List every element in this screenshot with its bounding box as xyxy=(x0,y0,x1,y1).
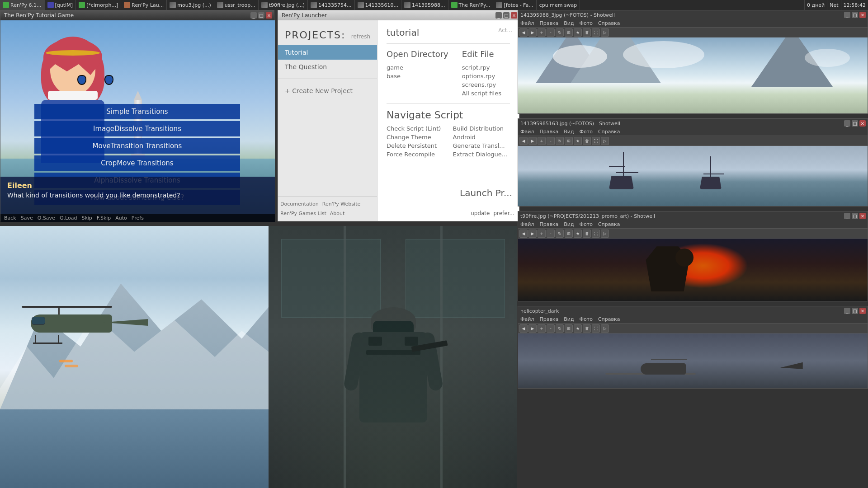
nav-android[interactable]: Android xyxy=(453,134,510,141)
maximize-button[interactable]: □ xyxy=(258,12,264,19)
pv3-tool-star[interactable]: ★ xyxy=(574,230,582,238)
pv3-tool-prev[interactable]: ◀ xyxy=(519,230,528,238)
pv3-tool-rotate[interactable]: ↻ xyxy=(556,230,564,238)
update-btn[interactable]: update xyxy=(471,210,490,216)
link-renpy-website[interactable]: Ren'Py Website xyxy=(322,201,360,207)
pv4-menu-view[interactable]: Вид xyxy=(564,316,574,322)
pv2-menu-view[interactable]: Вид xyxy=(564,129,574,135)
pv1-tool-star[interactable]: ★ xyxy=(574,28,582,37)
pv1-tool-fullscreen[interactable]: ⛶ xyxy=(592,28,600,37)
ctrl-save[interactable]: Save xyxy=(21,215,33,221)
edit-screens-rpy[interactable]: screens.rpy xyxy=(462,81,501,88)
pv1-tool-next[interactable]: ▶ xyxy=(528,28,537,37)
preferences-btn[interactable]: prefer... xyxy=(493,210,514,216)
pv3-tool-next[interactable]: ▶ xyxy=(528,230,537,238)
pv4-tool-zoom-out[interactable]: - xyxy=(547,324,555,333)
pv3-menu-file[interactable]: Файл xyxy=(520,221,534,227)
pv2-tool-crop[interactable]: ⊞ xyxy=(565,137,573,145)
ctrl-skip[interactable]: Skip xyxy=(81,215,92,221)
pv2-maximize[interactable]: □ xyxy=(852,120,858,127)
pv4-menu-file[interactable]: Файл xyxy=(520,316,534,322)
ctrl-qload[interactable]: Q.Load xyxy=(60,215,77,221)
pv3-tool-delete[interactable]: 🗑 xyxy=(583,230,591,238)
pv2-tool-delete[interactable]: 🗑 xyxy=(583,137,591,145)
edit-script-rpy[interactable]: script.rpy xyxy=(462,64,501,71)
nav-generate-transl[interactable]: Generate Transl... xyxy=(453,142,510,149)
pv2-tool-zoom-in[interactable]: + xyxy=(538,137,546,145)
pv2-tool-right[interactable]: ▷ xyxy=(601,137,609,145)
pv1-tool-right[interactable]: ▷ xyxy=(601,28,609,37)
pv4-tool-prev[interactable]: ◀ xyxy=(519,324,528,333)
project-item-tutorial[interactable]: Tutorial xyxy=(278,45,377,60)
pv1-minimize[interactable]: _ xyxy=(844,12,850,18)
pv2-tool-star[interactable]: ★ xyxy=(574,137,582,145)
pv3-tool-fullscreen[interactable]: ⛶ xyxy=(592,230,600,238)
pv1-tool-delete[interactable]: 🗑 xyxy=(583,28,591,37)
pv3-tool-crop[interactable]: ⊞ xyxy=(565,230,573,238)
pv2-tool-next[interactable]: ▶ xyxy=(528,137,537,145)
launcher-minimize[interactable]: _ xyxy=(495,12,502,19)
project-item-the-question[interactable]: The Question xyxy=(278,60,377,74)
pv4-menu-help[interactable]: Справка xyxy=(598,316,620,322)
pv1-tool-zoom-out[interactable]: - xyxy=(547,28,555,37)
link-documentation[interactable]: Documentation xyxy=(280,201,319,207)
pv2-close[interactable]: ✕ xyxy=(859,120,866,127)
edit-options-rpy[interactable]: options.rpy xyxy=(462,73,501,80)
pv4-minimize[interactable]: _ xyxy=(844,308,850,314)
pv4-tool-zoom-in[interactable]: + xyxy=(538,324,546,333)
launcher-maximize[interactable]: □ xyxy=(503,12,509,19)
nav-change-theme[interactable]: Change Theme xyxy=(387,134,444,141)
pv4-tool-right[interactable]: ▷ xyxy=(601,324,609,333)
pv4-close[interactable]: ✕ xyxy=(859,308,866,314)
taskbar-item-mou3[interactable]: mou3.jpg (...) xyxy=(167,0,214,10)
pv2-tool-prev[interactable]: ◀ xyxy=(519,137,528,145)
taskbar-item-qutim[interactable]: [qutIM] xyxy=(45,0,76,10)
pv2-tool-fullscreen[interactable]: ⛶ xyxy=(592,137,600,145)
projects-refresh[interactable]: refresh xyxy=(351,33,370,40)
pv3-menu-help[interactable]: Справка xyxy=(598,221,620,227)
taskbar-item-cpu[interactable]: cpu mem swap xyxy=(537,0,580,10)
taskbar-item-tab2[interactable]: 141335610... xyxy=(355,0,401,10)
pv4-tool-fullscreen[interactable]: ⛶ xyxy=(592,324,600,333)
pv2-menu-help[interactable]: Справка xyxy=(598,129,620,135)
pv1-close[interactable]: ✕ xyxy=(859,12,866,18)
ctrl-auto[interactable]: Auto xyxy=(115,215,127,221)
link-about[interactable]: About xyxy=(330,211,345,216)
ctrl-prefs[interactable]: Prefs xyxy=(132,215,144,221)
pv3-menu-edit[interactable]: Правка xyxy=(539,221,558,227)
taskbar-item-renpy-game[interactable]: The Ren'Py... xyxy=(448,0,494,10)
minimize-button[interactable]: _ xyxy=(250,12,257,19)
pv4-tool-delete[interactable]: 🗑 xyxy=(583,324,591,333)
nav-force-recompile[interactable]: Force Recompile xyxy=(387,151,444,158)
menu-btn-move-transition[interactable]: MoveTransition Transitions xyxy=(34,138,240,154)
create-new-project[interactable]: + Create New Project xyxy=(278,84,377,98)
ctrl-back[interactable]: Back xyxy=(4,215,16,221)
taskbar-item-renpy[interactable]: Ren'Py 6.1... xyxy=(0,0,45,10)
pv3-menu-photo[interactable]: Фото xyxy=(580,221,593,227)
taskbar-item-tab1[interactable]: 141335754... xyxy=(308,0,354,10)
pv4-tool-next[interactable]: ▶ xyxy=(528,324,537,333)
pv1-tool-rotate[interactable]: ↻ xyxy=(556,28,564,37)
menu-btn-image-dissolve[interactable]: ImageDissolve Transitions xyxy=(34,121,240,136)
pv3-close[interactable]: ✕ xyxy=(859,213,866,219)
pv3-tool-zoom-in[interactable]: + xyxy=(538,230,546,238)
taskbar-item-renpy-launcher[interactable]: Ren'Py Lau... xyxy=(121,0,167,10)
pv1-tool-prev[interactable]: ◀ xyxy=(519,28,528,37)
pv3-maximize[interactable]: □ xyxy=(852,213,858,219)
nav-extract-dialogue[interactable]: Extract Dialogue... xyxy=(453,151,510,158)
pv3-minimize[interactable]: _ xyxy=(844,213,850,219)
launcher-close[interactable]: ✕ xyxy=(511,12,517,19)
pv2-menu-edit[interactable]: Правка xyxy=(539,129,558,135)
pv1-menu-edit[interactable]: Правка xyxy=(539,20,558,26)
pv4-menu-edit[interactable]: Правка xyxy=(539,316,558,322)
ctrl-qsave[interactable]: Q.Save xyxy=(38,215,55,221)
taskbar-item-tab3[interactable]: 141395988... xyxy=(401,0,448,10)
pv4-tool-rotate[interactable]: ↻ xyxy=(556,324,564,333)
edit-all-scripts[interactable]: All script files xyxy=(462,90,501,97)
pv2-menu-file[interactable]: Файл xyxy=(520,129,534,135)
taskbar-item-ussr[interactable]: ussr_troop... xyxy=(214,0,259,10)
pv3-menu-view[interactable]: Вид xyxy=(564,221,574,227)
pv1-menu-file[interactable]: Файл xyxy=(520,20,534,26)
pv1-maximize[interactable]: □ xyxy=(852,12,858,18)
close-button[interactable]: ✕ xyxy=(266,12,272,19)
